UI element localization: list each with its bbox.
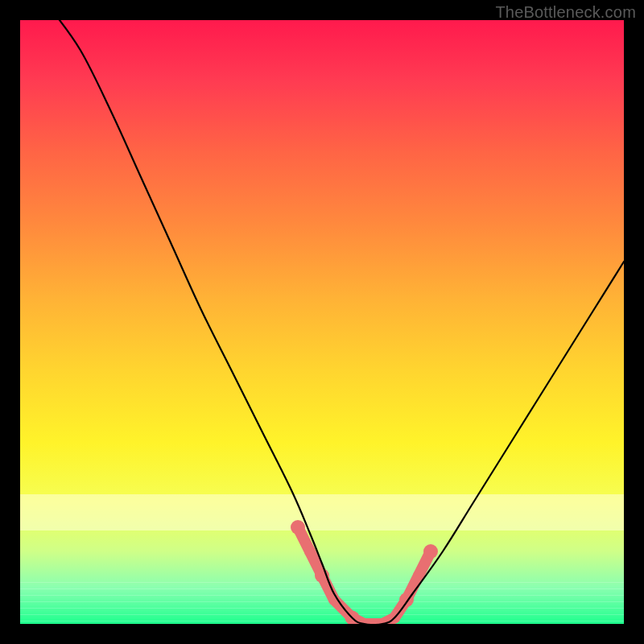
bottleneck-curve-path	[51, 20, 625, 624]
chart-frame: TheBottleneck.com	[0, 0, 644, 644]
plot-area	[20, 20, 624, 624]
marker-dot	[291, 520, 305, 535]
watermark-text: TheBottleneck.com	[495, 3, 636, 22]
curve-layer	[20, 20, 624, 624]
marker-group	[291, 520, 438, 624]
marker-dot	[423, 544, 438, 559]
